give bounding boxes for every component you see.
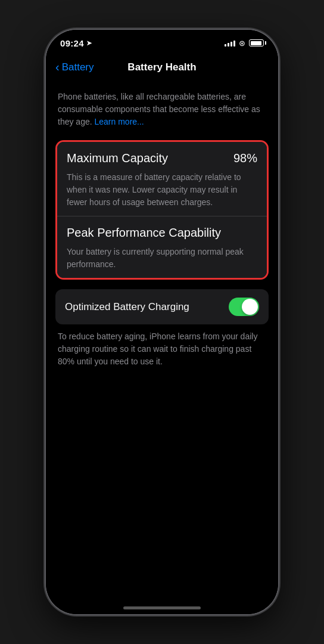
back-button[interactable]: ‹ Battery: [55, 61, 94, 74]
capacity-description: This is a measure of battery capacity re…: [67, 171, 257, 209]
navigation-bar: ‹ Battery Battery Health: [46, 56, 278, 81]
signal-bars-icon: [225, 39, 235, 47]
signal-bar-3: [230, 42, 232, 47]
capacity-card: Maximum Capacity 98% This is a measure o…: [55, 140, 269, 280]
battery-fill: [251, 41, 261, 45]
signal-bar-1: [225, 44, 226, 47]
optimized-charging-label: Optimized Battery Charging: [65, 301, 189, 313]
notch: [114, 30, 210, 47]
wifi-icon: ⊛: [239, 39, 245, 48]
back-chevron-icon: ‹: [55, 60, 60, 74]
clock-display: 09:24: [60, 38, 84, 48]
learn-more-link[interactable]: Learn more...: [95, 117, 144, 126]
toggle-knob: [242, 299, 258, 315]
intro-text: Phone batteries, like all rechargeable b…: [58, 91, 266, 128]
battery-status-icon: [249, 39, 264, 47]
phone-frame: 09:24 ➤ ⊛ ‹: [46, 30, 278, 614]
location-icon: ➤: [86, 39, 92, 47]
peak-performance-section: Peak Performance Capability Your battery…: [57, 216, 267, 278]
screen-content: ‹ Battery Battery Health Phone batteries…: [46, 30, 278, 614]
back-label: Battery: [62, 61, 94, 73]
signal-bar-4: [233, 41, 235, 47]
page-title: Battery Health: [127, 61, 196, 73]
signal-bar-2: [228, 43, 229, 47]
peak-title: Peak Performance Capability: [67, 226, 257, 240]
optimized-charging-toggle[interactable]: [229, 298, 259, 316]
capacity-value: 98%: [233, 151, 257, 165]
maximum-capacity-section: Maximum Capacity 98% This is a measure o…: [57, 142, 267, 216]
status-icons-group: ⊛: [225, 39, 264, 48]
intro-section: Phone batteries, like all rechargeable b…: [46, 81, 278, 140]
home-indicator[interactable]: [123, 606, 201, 609]
status-time-group: 09:24 ➤: [60, 38, 92, 48]
optimized-charging-row: Optimized Battery Charging: [55, 289, 269, 324]
capacity-header: Maximum Capacity 98%: [67, 151, 257, 165]
capacity-title: Maximum Capacity: [67, 151, 168, 165]
peak-description: Your battery is currently supporting nor…: [67, 246, 257, 271]
phone-screen: 09:24 ➤ ⊛ ‹: [46, 30, 278, 614]
optimized-charging-description: To reduce battery aging, iPhone learns f…: [46, 324, 278, 382]
